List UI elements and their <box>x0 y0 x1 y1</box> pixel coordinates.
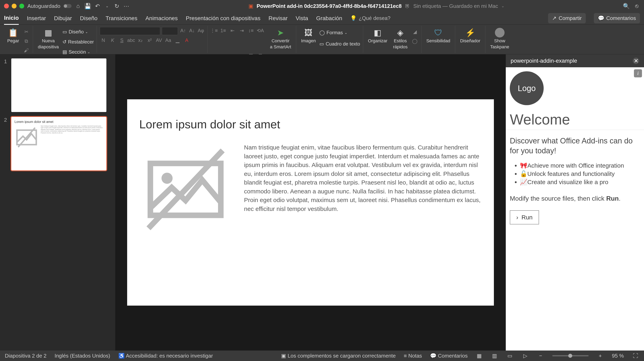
ribbon-options-icon[interactable]: ⎋ <box>634 3 640 9</box>
smartart-button[interactable]: ➤ Convertir a SmartArt <box>268 27 293 50</box>
run-button-label: Run <box>522 214 532 221</box>
shape-fill-icon[interactable]: ◢ <box>411 28 418 36</box>
tab-grabacion[interactable]: Grabación <box>316 12 342 24</box>
new-slide-button[interactable]: ▦ Nueva diapositiva <box>36 27 61 50</box>
indent-icon[interactable]: ⇥ <box>238 27 246 34</box>
quick-styles-icon: ◈ <box>396 28 405 38</box>
tab-revisar[interactable]: Revisar <box>268 12 288 24</box>
zoom-slider[interactable] <box>552 355 588 356</box>
format-painter-icon[interactable]: 🖌 <box>23 47 30 54</box>
superscript-icon[interactable]: x² <box>146 37 153 44</box>
search-icon[interactable]: 🔍 <box>623 3 630 9</box>
normal-view-icon[interactable]: ▦ <box>476 352 483 360</box>
font-size-select[interactable] <box>162 27 178 35</box>
zoom-level[interactable]: 95 % <box>612 353 624 359</box>
slide-position[interactable]: Diapositiva 2 de 2 <box>5 353 46 359</box>
slide-thumb-2[interactable]: Lorem ipsum dolor sit amet Nam tristique… <box>11 117 106 170</box>
comments-button[interactable]: 💬 Comentarios <box>594 13 640 23</box>
reset-button[interactable]: ↺Restablecer <box>62 38 94 46</box>
layout-button[interactable]: ▭Diseño⌄ <box>62 28 94 36</box>
slide-body-text[interactable]: Nam tristique feugiat enim, vitae faucib… <box>244 143 482 236</box>
autosave-toggle[interactable] <box>64 4 72 8</box>
text-direction-icon[interactable]: ⟲A <box>257 27 264 34</box>
arrange-button[interactable]: ◧ Organizar <box>366 27 390 44</box>
font-color-icon[interactable]: A <box>183 37 190 44</box>
tab-inicio[interactable]: Inicio <box>4 12 19 25</box>
addins-status[interactable]: ▣ Los complementos se cargaron correctam… <box>281 353 396 359</box>
notes-icon: ≡ <box>404 353 408 359</box>
clear-format-icon[interactable]: Aφ <box>197 27 204 34</box>
show-taskpane-button[interactable]: Show Taskpane <box>488 27 511 50</box>
sorter-view-icon[interactable]: ▥ <box>491 352 498 360</box>
grow-font-icon[interactable]: A↑ <box>180 27 187 34</box>
document-status[interactable]: Sin etiqueta — Guardado en mi Mac <box>413 3 498 9</box>
sensitivity-button[interactable]: 🛡 Sensibilidad <box>424 27 452 44</box>
slideshow-view-icon[interactable]: ▷ <box>522 352 529 360</box>
char-spacing-icon[interactable]: AV <box>155 37 162 44</box>
font-family-select[interactable] <box>100 27 160 35</box>
numbering-icon[interactable]: 1≡ <box>220 27 227 34</box>
slide-title[interactable]: Lorem ipsum dolor sit amet <box>139 118 482 131</box>
tab-transiciones[interactable]: Transiciones <box>106 12 138 24</box>
change-case-icon[interactable]: Aa <box>165 37 172 44</box>
close-icon[interactable]: ✕ <box>633 58 639 64</box>
cut-icon[interactable]: ✂ <box>23 28 30 36</box>
undo-chevron-icon[interactable]: ⌄ <box>104 3 110 9</box>
copy-icon[interactable]: ⧉ <box>23 38 30 45</box>
line-spacing-icon[interactable]: ↕≡ <box>248 27 255 34</box>
maximize-window[interactable] <box>19 4 24 8</box>
redo-icon[interactable]: ↻ <box>114 3 120 9</box>
tab-insertar[interactable]: Insertar <box>27 12 46 24</box>
fit-to-window-icon[interactable]: ⛶ <box>632 352 639 360</box>
strike-button[interactable]: abc <box>128 37 135 44</box>
minimize-window[interactable] <box>12 4 16 8</box>
paste-button[interactable]: 📋 Pegar <box>5 27 21 44</box>
underline-button[interactable]: S <box>118 37 126 44</box>
run-button[interactable]: › Run <box>510 210 539 224</box>
outdent-icon[interactable]: ⇤ <box>229 27 236 34</box>
language-status[interactable]: Inglés (Estados Unidos) <box>54 353 110 359</box>
feature-item: 🔓Unlock features and functionality <box>520 170 640 177</box>
shapes-button[interactable]: ◯Formas⌄ <box>320 29 360 36</box>
reading-view-icon[interactable]: ▭ <box>506 352 514 360</box>
image-button[interactable]: 🖼 Imagen <box>299 27 318 44</box>
designer-button[interactable]: ⚡ Diseñador <box>458 27 482 44</box>
font-group: A↑ A↓ Aφ N K S abc x₂ x² AV Aa ▁ A <box>97 26 208 53</box>
undo-icon[interactable]: ↶ <box>94 3 100 9</box>
addins-group: Show Taskpane <box>486 26 514 53</box>
shrink-font-icon[interactable]: A↓ <box>188 27 196 34</box>
info-icon[interactable]: i <box>634 69 642 77</box>
image-placeholder[interactable] <box>139 143 232 236</box>
new-slide-icon: ▦ <box>44 28 53 38</box>
zoom-in-icon[interactable]: + <box>597 352 604 360</box>
tab-dibujar[interactable]: Dibujar <box>54 12 72 24</box>
tab-animaciones[interactable]: Animaciones <box>146 12 178 24</box>
italic-button[interactable]: K <box>109 37 116 44</box>
save-icon[interactable]: 💾 <box>84 3 91 9</box>
slide-canvas[interactable]: Lorem ipsum dolor sit amet Nam tristique… <box>115 54 506 350</box>
subscript-icon[interactable]: x₂ <box>137 37 144 44</box>
tell-me[interactable]: 💡 ¿Qué desea? <box>350 15 390 21</box>
slide-thumb-1[interactable] <box>11 58 106 112</box>
bold-button[interactable]: N <box>100 37 107 44</box>
textbox-button[interactable]: ▭Cuadro de texto <box>320 40 360 48</box>
home-icon[interactable]: ⌂ <box>75 3 81 9</box>
highlight-icon[interactable]: ▁ <box>174 37 181 44</box>
chevron-down-icon[interactable]: ⌄ <box>501 4 504 8</box>
slide[interactable]: Lorem ipsum dolor sit amet Nam tristique… <box>127 99 494 306</box>
window-controls <box>4 4 24 8</box>
quick-styles-button[interactable]: ◈ Estilos rápidos <box>391 27 410 50</box>
accessibility-status[interactable]: ♿ Accesibilidad: es necesario investigar <box>118 353 213 359</box>
more-icon[interactable]: ⋯ <box>123 3 130 9</box>
tab-vista[interactable]: Vista <box>296 12 308 24</box>
tab-presentacion[interactable]: Presentación con diapositivas <box>186 12 260 24</box>
share-button[interactable]: ↗ Compartir <box>548 13 586 23</box>
zoom-out-icon[interactable]: − <box>537 352 544 360</box>
comments-status-button[interactable]: 💬 Comentarios <box>430 353 468 359</box>
shape-outline-icon[interactable]: ◯ <box>411 38 418 45</box>
bullets-icon[interactable]: ⋮≡ <box>210 27 218 34</box>
notes-button[interactable]: ≡ Notas <box>404 353 422 359</box>
close-window[interactable] <box>4 4 9 8</box>
tab-diseno[interactable]: Diseño <box>80 12 98 24</box>
svg-point-3 <box>162 173 172 184</box>
